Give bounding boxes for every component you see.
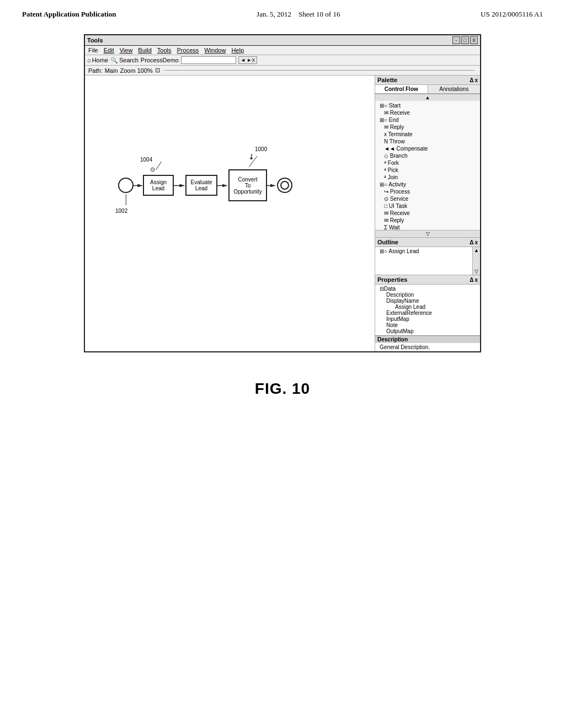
palette-item-end[interactable]: ⊞○ End <box>375 116 480 124</box>
nav-buttons[interactable]: ◄ ►X <box>238 56 257 64</box>
palette-item-pick[interactable]: ⁴ Pick <box>375 167 480 174</box>
publication-label: Patent Application Publication <box>22 10 116 19</box>
figure-caption: FIG. 10 <box>0 380 565 398</box>
gear-icon: ⊙ <box>150 166 155 173</box>
properties-pin-button[interactable]: Δ <box>470 277 473 283</box>
description-value: General Description. <box>375 343 480 351</box>
palette-scroll-up[interactable]: ▲ <box>375 94 480 101</box>
minimize-button[interactable]: - <box>452 36 460 44</box>
outline-scrollbar[interactable]: ▲ ▽ <box>472 247 480 275</box>
palette-items-list: ⊞○ Start ✉ Receive ⊞○ End ✉ Reply x Term… <box>375 101 480 230</box>
page-header: Patent Application Publication Jan. 5, 2… <box>0 0 565 23</box>
outline-close-button[interactable]: x <box>475 239 478 245</box>
path-bar: Path: Main Zoom 100% ⊡ <box>85 66 480 76</box>
properties-header-buttons: Δ x <box>470 277 478 283</box>
palette-item-receive1[interactable]: ✉ Receive <box>375 109 480 116</box>
palette-item-start[interactable]: ⊞○ Start <box>375 102 480 109</box>
search-icon: 🔍 <box>110 57 118 64</box>
close-button[interactable]: X <box>470 36 478 44</box>
menu-help[interactable]: Help <box>231 47 244 53</box>
palette-item-ui-task[interactable]: □ UI Task <box>375 202 480 210</box>
palette-item-reply2[interactable]: ✉ Reply <box>375 217 480 224</box>
palette-tabs: Control Flow Annotations <box>375 85 480 94</box>
prop-note[interactable]: Note <box>380 322 476 328</box>
description-label: Description <box>375 335 480 343</box>
palette-header: Palette Δ x <box>375 76 480 85</box>
label-1000: 1000 <box>255 146 267 152</box>
menu-tools[interactable]: Tools <box>157 47 172 53</box>
prop-displayname[interactable]: DisplayName <box>380 298 476 304</box>
outline-scroll-down-btn[interactable]: ▽ <box>475 269 478 274</box>
palette-close-button[interactable]: x <box>475 77 478 83</box>
prop-outputmap[interactable]: OutputMap <box>380 328 476 334</box>
convert-to-opportunity-node[interactable]: ConvertToOpportunity <box>228 169 267 201</box>
label-1002: 1002 <box>115 208 127 214</box>
canvas-area[interactable]: AssignLead EvaluateLead ConvertToOpportu… <box>85 76 375 351</box>
properties-panel: Properties Δ x ⊟Data Description Display… <box>375 275 480 351</box>
palette-title: Palette <box>377 77 397 83</box>
home-icon: ⌂ <box>87 57 91 63</box>
tab-annotations[interactable]: Annotations <box>428 85 481 93</box>
end-node <box>277 178 292 193</box>
palette-item-activity[interactable]: ⊞○ Activity <box>375 181 480 188</box>
properties-title: Properties <box>377 276 407 283</box>
svg-line-6 <box>156 162 162 170</box>
ide-body: AssignLead EvaluateLead ConvertToOpportu… <box>85 76 480 351</box>
menu-process[interactable]: Process <box>177 47 199 53</box>
properties-header: Properties Δ x <box>375 275 480 285</box>
maximize-button[interactable]: □ <box>461 36 469 44</box>
main-label: Main <box>105 67 118 74</box>
menu-window[interactable]: Window <box>204 47 226 53</box>
diagram-arrows <box>85 76 375 351</box>
palette-item-terminate[interactable]: x Terminate <box>375 131 480 138</box>
search-button[interactable]: 🔍 Search <box>110 57 138 64</box>
home-button[interactable]: ⌂ Home <box>87 57 108 63</box>
palette-item-process[interactable]: ↪ Process <box>375 188 480 195</box>
divider-line <box>164 70 475 71</box>
palette-pin-button[interactable]: Δ <box>470 77 473 83</box>
menu-build[interactable]: Build <box>138 47 151 53</box>
outline-scroll-up-btn[interactable]: ▲ <box>474 248 479 253</box>
zoom-label: Zoom 100% <box>120 67 153 74</box>
palette-item-wait[interactable]: Σ Wait <box>375 224 480 230</box>
content-area: Tools - □ X File Edit View Build Tools P… <box>0 23 565 363</box>
assign-lead-node[interactable]: AssignLead <box>143 175 174 196</box>
properties-close-button[interactable]: x <box>475 277 478 283</box>
prop-external-reference[interactable]: ExternalReference <box>380 310 476 316</box>
evaluate-lead-node[interactable]: EvaluateLead <box>185 175 217 196</box>
palette-item-reply1[interactable]: ✉ Reply <box>375 124 480 131</box>
outline-item-assign-lead[interactable]: ⊞○ Assign Lead <box>380 248 468 254</box>
palette-item-compensate[interactable]: ◄◄ Compensate <box>375 145 480 152</box>
zoom-icon: ⊡ <box>155 67 160 74</box>
palette-item-fork[interactable]: ⁴ Fork <box>375 159 480 167</box>
start-node <box>118 178 134 193</box>
ide-window: Tools - □ X File Edit View Build Tools P… <box>84 34 481 352</box>
palette-item-branch[interactable]: ◇ Branch <box>375 152 480 159</box>
search-input[interactable] <box>181 56 236 64</box>
outline-pin-button[interactable]: Δ <box>470 239 473 245</box>
outline-title: Outline <box>377 239 398 245</box>
palette-item-service[interactable]: ⊙ Service <box>375 195 480 202</box>
prop-description[interactable]: Description <box>380 292 476 298</box>
tab-control-flow[interactable]: Control Flow <box>375 85 428 93</box>
prop-assign-lead[interactable]: Assign Lead <box>380 304 476 310</box>
outline-header-buttons: Δ x <box>470 239 478 245</box>
arrow-1000: ↙ <box>246 151 256 162</box>
menu-view[interactable]: View <box>120 47 133 53</box>
window-title: Tools <box>87 37 103 44</box>
palette-item-throw[interactable]: N Throw <box>375 138 480 145</box>
title-bar: Tools - □ X <box>85 35 480 46</box>
menu-file[interactable]: File <box>88 47 98 53</box>
menu-edit[interactable]: Edit <box>104 47 114 53</box>
palette-scroll-down[interactable]: ▽ <box>375 230 480 237</box>
outline-content: ⊞○ Assign Lead <box>375 247 472 275</box>
prop-inputmap[interactable]: InputMap <box>380 316 476 322</box>
prop-data[interactable]: ⊟Data <box>380 286 476 292</box>
palette-item-join[interactable]: ⁴ Join <box>375 174 480 181</box>
palette-panel: Palette Δ x Control Flow Annotations ▲ ⊞… <box>375 76 480 351</box>
menu-bar: File Edit View Build Tools Process Windo… <box>85 46 480 55</box>
outline-panel: Outline Δ x ⊞○ Assign Lead ▲ ▽ <box>375 237 480 275</box>
path-label: Path: <box>88 67 103 74</box>
window-controls: - □ X <box>452 36 478 44</box>
palette-item-receive2[interactable]: ✉ Receive <box>375 210 480 217</box>
